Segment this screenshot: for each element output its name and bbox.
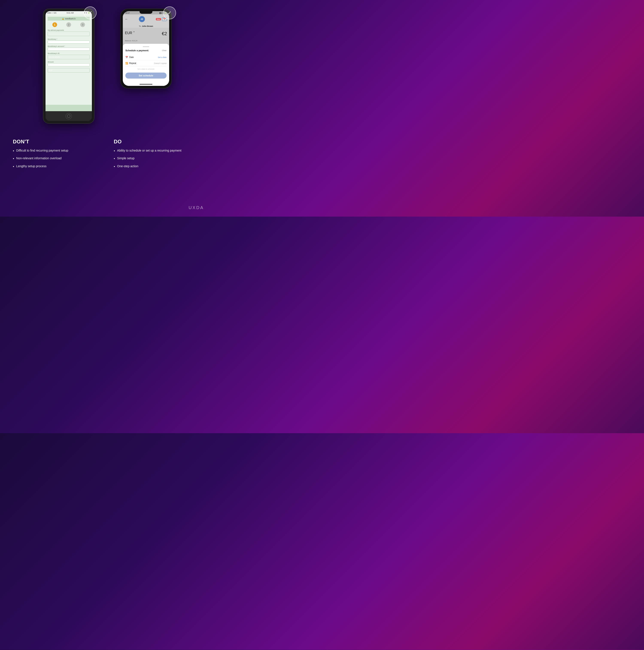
beneficiary-account-label: Beneficiary's account [48,45,90,47]
sheet-title: Schedule a payment: [126,49,149,52]
new-badge: New [156,18,161,21]
dont-bullet-2: Non-relevant information overload [13,156,101,161]
step-3: 3 [80,22,85,27]
do-bullet-1: Ability to schedule or set up a recurrin… [114,149,202,153]
sheet-title-row: Schedule a payment: Clear [126,49,167,52]
do-heading: DO [114,139,202,145]
sheet-hint: Set a date to schedule [126,66,167,72]
beneficiary-account-group: Beneficiary's account [48,45,90,51]
dont-section: DON'T Difficult to find recurring paymen… [13,139,101,172]
defined-payments-select[interactable]: ⬦ [48,32,90,36]
dont-bullet-1: Difficult to find recurring payment setu… [13,149,101,153]
dont-screen: 🔒 swedbank.lv 1 2 3 [45,14,92,105]
time-label: 9:41 AM [67,12,74,14]
notch [140,11,152,14]
to-label-row: To: John Brown [123,24,169,28]
uxda-logo: UXDA [188,205,204,210]
beneficiary-id-label: Beneficiary's ID [48,52,90,54]
do-section: DO Ability to schedule or set up a recur… [114,139,202,172]
dont-bottom-bar [45,105,92,111]
do-bullet-3: One-step action [114,164,202,169]
lock-icon: 🔒 [62,17,64,20]
amount-input[interactable] [48,63,90,66]
repeat-value: Doesn't repeat [154,62,167,64]
beneficiary-input[interactable] [48,41,90,44]
page-root: ✕ ●●●○○ GS 9:41 AM ✦ ▾ 🔋 🔒 sw [0,0,215,185]
phones-row: ✕ ●●●○○ GS 9:41 AM ✦ ▾ 🔋 🔒 sw [13,9,202,124]
set-schedule-button[interactable]: Set schedule [126,73,167,79]
new-header: ← JB New 📅 [123,14,169,24]
step-2: 2 [66,22,71,27]
dont-heading: DON'T [13,139,101,145]
dont-phone: ●●●○○ GS 9:41 AM ✦ ▾ 🔋 🔒 swedbank.lv [43,9,95,124]
currency-value: EUR [49,69,52,71]
dont-badge: ✕ [84,6,97,19]
carrier-label: ●●●○○ GS [47,12,57,14]
home-indicator [140,84,152,84]
beneficiary-group: Beneficiary [48,38,90,44]
date-value: Set a date [158,56,167,59]
home-area [45,111,92,121]
new-time: 10:17 [126,12,130,14]
recipient-name: John Brown [142,25,153,27]
back-arrow-icon[interactable]: ← [125,17,128,21]
sheet-clear-button[interactable]: Clear [162,49,167,51]
defined-payments-label: My defined payments [48,29,90,31]
date-row[interactable]: 📅 Date Set a date [126,54,167,60]
beneficiary-id-value: Do not specify [49,56,60,58]
repeat-row[interactable]: 🔁 Repeat Doesn't repeat [126,60,167,66]
currency-display: EUR ˅ [125,31,135,35]
amount-display: €2 [162,31,167,36]
date-row-left: 📅 Date [126,56,134,59]
currency-chevron-icon: ⬦ [87,69,88,71]
amount-area: EUR ˅ €2 [123,28,169,40]
do-bullets: Ability to schedule or set up a recurrin… [114,149,202,169]
step-1: 1 [52,22,57,27]
sheet-handle [143,46,149,47]
chevron-icon: ⬦ [87,56,88,58]
dont-phone-wrapper: ✕ ●●●○○ GS 9:41 AM ✦ ▾ 🔋 🔒 sw [43,9,95,124]
home-button-inner [67,114,70,118]
beneficiary-account-input[interactable] [48,48,90,51]
bottom-sheet: Schedule a payment: Clear 📅 Date Set a d… [123,44,169,82]
beneficiary-label: Beneficiary [48,38,90,40]
date-label: Date [129,56,134,59]
dont-phone-inner: ●●●○○ GS 9:41 AM ✦ ▾ 🔋 🔒 swedbank.lv [45,11,92,121]
bottom-section: DON'T Difficult to find recurring paymen… [13,134,202,176]
dont-bullet-3: Lengthy setup process [13,164,101,169]
repeat-label: Repeat [129,62,136,64]
do-phone: 10:17 ▐▐ LTE 🔋 ← JB New 📅 [120,9,172,88]
steps-row: 1 2 3 [48,22,90,27]
to-label: To: [139,25,141,27]
beneficiary-id-select[interactable]: Do not specify ⬦ [48,55,90,59]
beneficiary-id-group: Beneficiary's ID Do not specify ⬦ [48,52,90,59]
bank-header: 🔒 swedbank.lv [48,17,90,21]
avatar: JB [139,16,145,22]
calendar-icon: 📅 [126,56,128,59]
do-screen: ← JB New 📅 To: John Brown [123,14,169,86]
dont-bullets: Difficult to find recurring payment setu… [13,149,101,169]
amount-label: Amount [48,61,90,63]
home-button[interactable] [66,113,72,119]
balance-label: Balance: €10,24 [123,40,169,44]
do-phone-inner: 10:17 ▐▐ LTE 🔋 ← JB New 📅 [123,11,169,86]
repeat-icon: 🔁 [126,62,128,64]
do-badge: ✓ [163,6,176,19]
do-phone-wrapper: ✓ 10:17 ▐▐ LTE 🔋 ← JB [120,9,172,88]
repeat-row-left: 🔁 Repeat [126,62,136,64]
currency-select[interactable]: EUR ⬦ [48,68,90,73]
do-bullet-2: Simple setup [114,156,202,161]
bank-name: swedbank.lv [65,17,76,20]
new-home-bar [123,82,169,86]
amount-group: Amount [48,61,90,66]
